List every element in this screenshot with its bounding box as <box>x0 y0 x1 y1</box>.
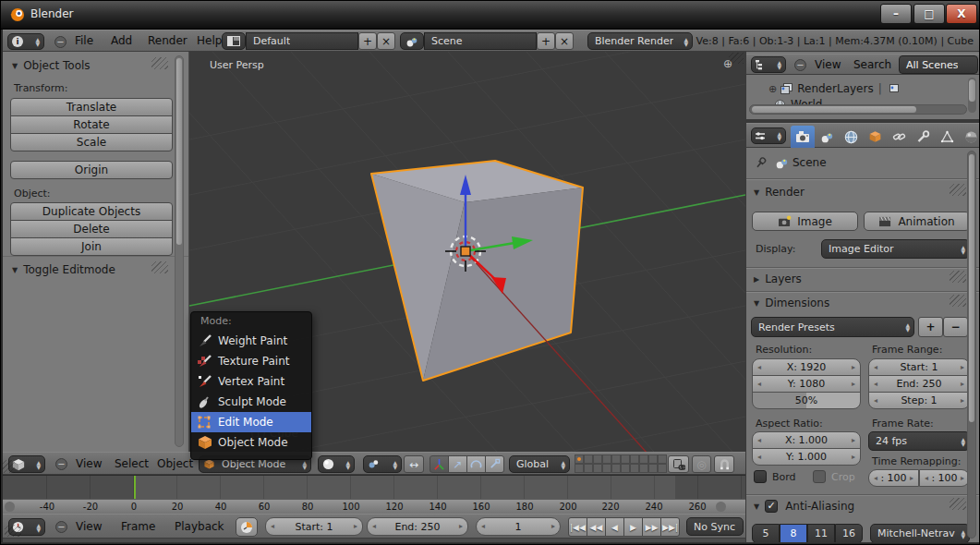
timeline-ruler[interactable]: -40 -20 0 20 40 60 80 100 120 140 160 18… <box>3 499 745 514</box>
toolshelf-scrollbar[interactable] <box>175 55 184 447</box>
increment-arrow-icon[interactable]: ▸ <box>459 522 463 530</box>
proportional-edit-icon[interactable]: ◎ <box>692 455 711 473</box>
menu-view[interactable]: View <box>815 54 841 74</box>
area-corner-grip[interactable] <box>5 525 21 537</box>
scrollbar-thumb[interactable] <box>969 79 975 102</box>
decrement-arrow-icon[interactable]: ◂ <box>757 453 761 461</box>
maximize-button[interactable]: □ <box>913 4 945 24</box>
scene-browse-button[interactable] <box>400 32 424 50</box>
increment-arrow-icon[interactable]: ▸ <box>852 453 855 461</box>
increment-arrow-icon[interactable]: ▸ <box>852 380 855 388</box>
panel-grip[interactable] <box>151 57 168 69</box>
menu-add[interactable]: Add <box>111 30 132 51</box>
jump-to-end-button[interactable]: ▶▶| <box>660 517 680 537</box>
menu-item-weight-paint[interactable]: Weight Paint <box>191 331 311 351</box>
outliner-hscrollbar[interactable] <box>749 104 967 115</box>
tab-material[interactable] <box>959 126 979 148</box>
panel-grip[interactable] <box>950 271 966 283</box>
border-checkbox[interactable] <box>754 470 767 483</box>
render-image-button[interactable]: Image <box>752 212 858 231</box>
menu-item-sculpt-mode[interactable]: Sculpt Mode <box>191 392 311 412</box>
frame-end-field[interactable]: ◂ End: 250 ▸ <box>367 517 468 536</box>
anti-aliasing-panel-header[interactable]: ▼ ✓ Anti-Aliasing <box>754 500 854 513</box>
render-panel-header[interactable]: ▼ Render <box>754 186 805 199</box>
remove-layout-button[interactable]: × <box>377 32 395 50</box>
menu-item-vertex-paint[interactable]: Vertex Paint <box>191 371 311 392</box>
menu-help[interactable]: Help <box>197 30 222 51</box>
increment-arrow-icon[interactable]: ▸ <box>910 474 913 482</box>
breadcrumb-context[interactable]: Scene <box>792 156 827 169</box>
decrement-arrow-icon[interactable]: ◂ <box>874 474 877 482</box>
delete-button[interactable]: Delete <box>10 220 173 238</box>
resolution-scale-slider[interactable]: 50% <box>752 392 861 409</box>
tab-constraints[interactable] <box>887 126 911 148</box>
tab-object-data[interactable] <box>935 126 959 148</box>
increment-arrow-icon[interactable]: ▸ <box>961 396 964 405</box>
screen-layout-browse-button[interactable] <box>222 32 246 50</box>
display-dropdown[interactable]: Image Editor ▲▼ <box>821 239 970 259</box>
join-button[interactable]: Join <box>10 237 173 256</box>
increment-arrow-icon[interactable]: ▸ <box>961 474 964 482</box>
aspect-y-field[interactable]: ◂ Y: 1.000 ▸ <box>752 448 861 466</box>
panel-grip[interactable] <box>950 184 966 196</box>
editor-type-selector-info[interactable]: i ▲▼ <box>7 33 44 50</box>
panel-grip[interactable] <box>950 295 966 307</box>
decrement-arrow-icon[interactable]: ◂ <box>757 380 761 388</box>
decrement-arrow-icon[interactable]: ◂ <box>271 522 274 530</box>
tab-world[interactable] <box>839 126 863 148</box>
toggle-editmode-panel-header[interactable]: ▼ Toggle Editmode <box>12 263 115 276</box>
window-resize-grip[interactable] <box>2 460 15 473</box>
decrement-arrow-icon[interactable]: ◂ <box>372 522 376 530</box>
menu-frame[interactable]: Frame <box>121 515 155 538</box>
decrement-arrow-icon[interactable]: ◂ <box>757 363 761 371</box>
layer-cell-active[interactable] <box>575 454 584 464</box>
menu-item-edit-mode[interactable]: Edit Mode <box>191 412 311 432</box>
increment-arrow-icon[interactable]: ▸ <box>961 363 964 371</box>
menu-view[interactable]: View <box>76 453 102 474</box>
increment-arrow-icon[interactable]: ▸ <box>852 363 855 371</box>
scale-button[interactable]: Scale <box>10 133 173 151</box>
frame-start-field[interactable]: ◂ Start: 1 ▸ <box>868 358 970 376</box>
scene-field[interactable]: Scene <box>424 32 537 50</box>
menu-file[interactable]: File <box>75 30 93 51</box>
outliner-row-renderlayers[interactable]: ⊕ RenderLayers | <box>768 80 901 97</box>
titlebar[interactable]: Blender – □ X <box>1 1 979 30</box>
increment-arrow-icon[interactable]: ▸ <box>354 522 357 530</box>
add-layout-button[interactable]: + <box>358 32 377 50</box>
render-presets-dropdown[interactable]: Render Presets ▲▼ <box>751 317 914 337</box>
menu-render[interactable]: Render <box>148 30 188 51</box>
play-reverse-button[interactable]: ◀ <box>605 517 624 537</box>
renderlayer-data-icon[interactable] <box>887 82 901 95</box>
aa-filter-dropdown[interactable]: Mitchell-Netrav ▲▼ <box>870 524 970 543</box>
frame-rate-dropdown[interactable]: 24 fps ▲▼ <box>868 431 970 451</box>
increment-arrow-icon[interactable]: ▸ <box>852 436 855 444</box>
menu-item-texture-paint[interactable]: Texture Paint <box>191 351 311 371</box>
prev-keyframe-button[interactable]: ◀◀ <box>587 517 606 537</box>
frame-start-field[interactable]: ◂ Start: 1 ▸ <box>265 517 363 536</box>
pin-icon[interactable] <box>751 152 770 172</box>
resolution-x-field[interactable]: ◂ X: 1920 ▸ <box>752 358 861 376</box>
close-button[interactable]: X <box>946 4 977 24</box>
layers-widget-a[interactable] <box>575 455 622 474</box>
collapse-menus-icon[interactable]: − <box>54 36 67 48</box>
play-button[interactable]: ▶ <box>623 517 643 537</box>
duplicate-objects-button[interactable]: Duplicate Objects <box>10 202 173 221</box>
outliner-scope-dropdown[interactable]: All Scenes <box>899 55 978 74</box>
tab-object[interactable] <box>863 126 887 148</box>
manipulator-axis-button[interactable] <box>430 455 449 473</box>
frame-step-field[interactable]: ◂ Step: 1 ▸ <box>868 392 970 409</box>
remap-old-field[interactable]: ◂ : 100 ▸ <box>868 469 919 487</box>
anti-aliasing-checkbox[interactable]: ✓ <box>765 500 778 513</box>
add-scene-button[interactable]: + <box>537 32 555 50</box>
aa-samples-11-button[interactable]: 11 <box>807 524 835 543</box>
pivot-point-dropdown[interactable]: ▲▼ <box>363 455 402 473</box>
remove-preset-button[interactable]: − <box>943 317 968 337</box>
aspect-x-field[interactable]: ◂ X: 1.000 ▸ <box>752 431 861 449</box>
aa-samples-5-button[interactable]: 5 <box>752 524 780 543</box>
scrollbar-thumb[interactable] <box>752 106 916 113</box>
editor-type-selector-properties[interactable]: ▲▼ <box>751 127 786 144</box>
next-keyframe-button[interactable]: ▶▶ <box>642 517 661 537</box>
frame-end-field[interactable]: ◂ End: 250 ▸ <box>868 375 970 393</box>
layers-panel-header[interactable]: ▶ Layers <box>754 272 802 285</box>
resolution-y-field[interactable]: ◂ Y: 1080 ▸ <box>752 375 861 393</box>
